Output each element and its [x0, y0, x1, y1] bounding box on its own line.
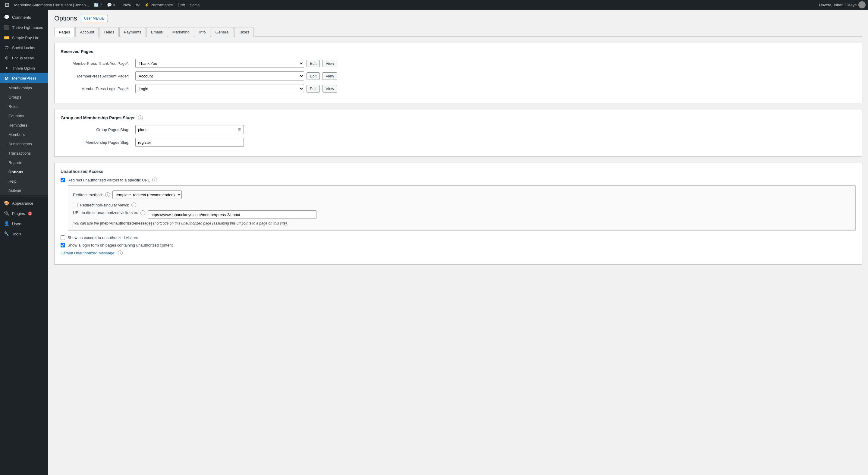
- non-singular-row: Redirect non-singular views: i: [73, 202, 850, 208]
- sidebar-item-coupons[interactable]: Coupons: [0, 111, 48, 121]
- new-content-link[interactable]: + New: [118, 0, 133, 10]
- account-edit-button[interactable]: Edit: [307, 72, 320, 80]
- tabs-bar: Pages Account Fields Payments Emails Mar…: [54, 27, 862, 37]
- comments-icon: 💬: [4, 14, 10, 20]
- account-view-button[interactable]: View: [322, 72, 337, 80]
- layout: 💬 Comments ⬛ Thrive Lightboxes 💳 Simple …: [0, 10, 868, 475]
- thank-you-edit-button[interactable]: Edit: [307, 60, 320, 67]
- sidebar-item-help[interactable]: Help: [0, 177, 48, 186]
- wp-logo-icon[interactable]: ⊞: [2, 1, 12, 8]
- sidebar-item-options[interactable]: Options: [0, 167, 48, 177]
- social-link[interactable]: Social: [187, 0, 203, 10]
- sidebar-item-appearance[interactable]: 🎨 Appearance: [0, 198, 48, 208]
- reserved-pages-title: Reserved Pages: [61, 49, 856, 54]
- login-form-checkbox-row: Show a login form on pages containing un…: [61, 243, 856, 248]
- sidebar-item-reminders[interactable]: Reminders: [0, 121, 48, 130]
- sidebar-item-rules[interactable]: Rules: [0, 102, 48, 111]
- sidebar-item-focus-areas[interactable]: ⊕ Focus Areas: [0, 53, 48, 63]
- account-row: MemberPress Account Page*: Account Edit …: [61, 71, 856, 81]
- slugs-info-icon[interactable]: i: [138, 116, 143, 120]
- tab-emails[interactable]: Emails: [147, 27, 167, 37]
- sidebar-item-thrive-opt-in[interactable]: ✦ Thrive Opt-In: [0, 63, 48, 73]
- url-label: URL to direct unauthorized visitors to:: [73, 210, 138, 215]
- lightbox-icon: ⬛: [4, 25, 10, 30]
- tab-fields[interactable]: Fields: [99, 27, 119, 37]
- account-select[interactable]: Account: [135, 71, 304, 81]
- tab-marketing[interactable]: Marketing: [168, 27, 194, 37]
- redirect-checkbox[interactable]: [61, 178, 65, 182]
- performance-icon: ⚡: [144, 3, 149, 7]
- tools-icon: 🔧: [4, 231, 10, 236]
- updates-link[interactable]: 🔄 7: [91, 0, 104, 10]
- default-unauth-row: Default Unauthorized Message: i: [61, 250, 856, 255]
- group-slug-input[interactable]: [135, 125, 244, 134]
- membership-slug-label: Membership Pages Slug:: [61, 140, 133, 145]
- redirect-info-icon[interactable]: i: [152, 178, 157, 182]
- focus-icon: ⊕: [4, 55, 10, 61]
- plugins-icon: 🔌: [4, 211, 10, 216]
- tab-general[interactable]: General: [211, 27, 234, 37]
- sidebar-item-users[interactable]: 👤 Users: [0, 219, 48, 229]
- sidebar-item-subscriptions[interactable]: Subscriptions: [0, 139, 48, 149]
- excerpt-checkbox[interactable]: [61, 235, 65, 240]
- sidebar-item-simple-pay-lite[interactable]: 💳 Simple Pay Lite: [0, 33, 48, 43]
- group-slug-row: Group Pages Slug: ⊞: [61, 125, 856, 134]
- non-singular-checkbox[interactable]: [73, 203, 78, 208]
- login-form-checkbox[interactable]: [61, 243, 65, 248]
- sidebar-item-members[interactable]: Members: [0, 130, 48, 139]
- tab-info[interactable]: Info: [195, 27, 210, 37]
- thank-you-select[interactable]: Thank You: [135, 59, 304, 68]
- sidebar-item-social-locker[interactable]: 🛡 Social Locker: [0, 43, 48, 53]
- user-manual-button[interactable]: User Manual: [81, 15, 108, 22]
- optin-icon: ✦: [4, 65, 10, 71]
- memberpress-icon: M: [4, 76, 10, 81]
- group-slug-label: Group Pages Slug:: [61, 127, 133, 132]
- site-name[interactable]: Marketing Automation Consultant | Johan.…: [12, 0, 91, 10]
- sidebar-item-reports[interactable]: Reports: [0, 158, 48, 167]
- sidebar-item-memberpress[interactable]: M MemberPress: [0, 73, 48, 83]
- performance-link[interactable]: ⚡ Performance: [142, 0, 175, 10]
- grid-icon[interactable]: ⊞: [238, 127, 241, 132]
- login-select[interactable]: Login: [135, 84, 304, 93]
- sidebar-item-memberships[interactable]: Memberships: [0, 83, 48, 93]
- sidebar-item-groups[interactable]: Groups: [0, 93, 48, 102]
- unauthorized-access-section: Unauthorized Access Redirect unauthorize…: [54, 163, 862, 265]
- url-row: URL to direct unauthorized visitors to: …: [73, 210, 850, 219]
- user-menu[interactable]: Howdy, Johan Claeys: [819, 1, 866, 8]
- w-icon-link[interactable]: W: [133, 0, 142, 10]
- sidebar-item-activate[interactable]: Activate: [0, 186, 48, 195]
- slugs-header: Group and Membership Pages Slugs: i: [61, 116, 856, 120]
- page-header: Options User Manual: [54, 14, 862, 22]
- default-unauthorized-link[interactable]: Default Unauthorized Message:: [61, 251, 116, 255]
- url-hint: You can use the [mepr-unauthorized-messa…: [73, 221, 850, 225]
- tab-account[interactable]: Account: [75, 27, 98, 37]
- sidebar-item-tools[interactable]: 🔧 Tools: [0, 229, 48, 239]
- sidebar-item-plugins[interactable]: 🔌 Plugins 2: [0, 208, 48, 219]
- redirect-options-box: Redirect method: i template_redirect (re…: [68, 185, 856, 230]
- membership-slug-input[interactable]: [135, 138, 244, 147]
- default-unauth-info-icon[interactable]: i: [118, 250, 123, 255]
- redirect-method-label: Redirect method:: [73, 193, 103, 197]
- sidebar-item-thrive-lightboxes[interactable]: ⬛ Thrive Lightboxes: [0, 22, 48, 33]
- tab-pages[interactable]: Pages: [54, 27, 75, 37]
- membership-slug-row: Membership Pages Slug:: [61, 138, 856, 147]
- redirect-method-select[interactable]: template_redirect (recommended) wp_redir…: [113, 190, 182, 199]
- tab-taxes[interactable]: Taxes: [235, 27, 254, 37]
- thank-you-label: MemberPress Thank You Page*:: [61, 61, 133, 66]
- non-singular-info-icon[interactable]: i: [131, 202, 136, 208]
- redirect-method-info-icon[interactable]: i: [105, 192, 110, 197]
- comments-link[interactable]: 💬 0: [104, 0, 118, 10]
- sidebar-item-comments[interactable]: 💬 Comments: [0, 12, 48, 22]
- login-view-button[interactable]: View: [322, 85, 337, 93]
- sidebar-item-transactions[interactable]: Transactions: [0, 149, 48, 158]
- memberpress-submenu: Memberships Groups Rules Coupons Reminde…: [0, 83, 48, 195]
- url-input[interactable]: [148, 210, 316, 219]
- excerpt-label: Show an excerpt to unauthorized visitors: [67, 235, 138, 240]
- url-info-icon[interactable]: i: [141, 210, 145, 215]
- login-edit-button[interactable]: Edit: [307, 85, 320, 93]
- excerpt-checkbox-row: Show an excerpt to unauthorized visitors: [61, 235, 856, 240]
- drift-link[interactable]: Drift: [176, 0, 187, 10]
- thank-you-view-button[interactable]: View: [322, 60, 337, 67]
- tab-payments[interactable]: Payments: [119, 27, 146, 37]
- page-title: Options: [54, 14, 77, 22]
